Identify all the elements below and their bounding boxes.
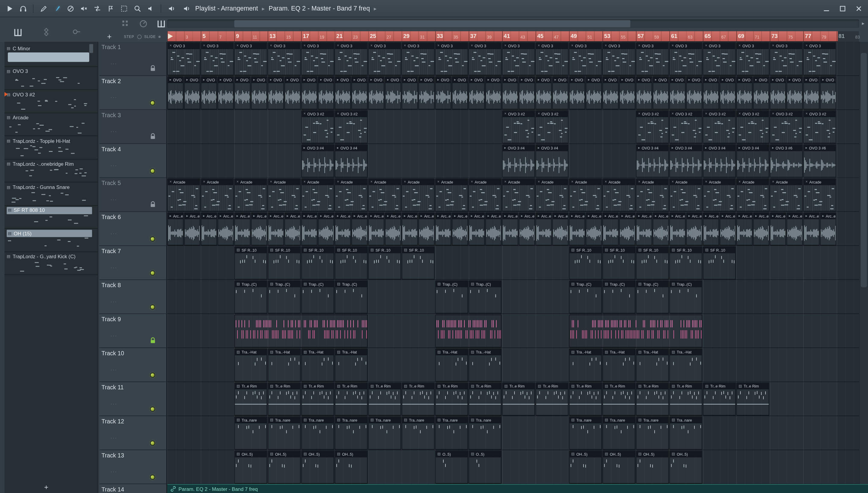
step-toggle[interactable] bbox=[137, 34, 142, 39]
playlist-clip[interactable]: ▸Arc..e #3 bbox=[368, 212, 385, 245]
track-header[interactable]: Track 7··· bbox=[99, 246, 166, 280]
playhead-marker[interactable] bbox=[168, 34, 173, 39]
track-options[interactable]: ··· bbox=[110, 163, 117, 168]
playlist-clip[interactable]: ▤Tr..e Rim bbox=[335, 382, 368, 415]
playlist-clip[interactable]: ▤SF R..10 bbox=[402, 246, 435, 279]
playlist-clip[interactable]: ▤Tr..e Rim bbox=[636, 382, 669, 415]
playlist-clip[interactable]: ▤OH..5) bbox=[603, 451, 635, 484]
playlist-clip[interactable]: ▤Tra..nare bbox=[669, 416, 702, 449]
playlist-clip[interactable]: ▸Arc..e #3 bbox=[770, 212, 786, 245]
playlist-clip[interactable]: ▸Arc..e #3 bbox=[636, 212, 652, 245]
playlist-clip[interactable]: ▸Arc..e #3 bbox=[502, 212, 518, 245]
playlist-clip[interactable]: ×Arcade bbox=[669, 178, 702, 211]
playlist-clip[interactable]: ▸Arc..e #2 bbox=[385, 212, 401, 245]
speaker-icon[interactable] bbox=[166, 3, 176, 13]
playlist-clip[interactable]: ▸Arc..e #3 bbox=[803, 212, 820, 245]
slide-tool-icon[interactable] bbox=[92, 3, 102, 13]
playlist-clip[interactable] bbox=[435, 314, 501, 347]
picker-item[interactable]: ▤OVO 3 #2 bbox=[4, 90, 97, 113]
playlist-clip[interactable]: ×OVO 3 #2 bbox=[301, 110, 334, 143]
playlist-clip[interactable]: ▤SF R..10 bbox=[268, 246, 301, 279]
playlist-clip[interactable]: ▸OVO 3 #3 bbox=[619, 76, 635, 109]
playlist-clip[interactable]: ▤Tr..e Rim bbox=[368, 382, 401, 415]
playlist-clip[interactable]: ▸OVO 3 #3 bbox=[720, 76, 736, 109]
playlist-clip[interactable]: ▤Tr..e Rim bbox=[502, 382, 535, 415]
playlist-clip[interactable]: ▸Arc..e #2 bbox=[519, 212, 535, 245]
playlist-clip[interactable]: ×OVO 3 bbox=[669, 42, 702, 75]
picker-item[interactable]: ▤C Minor bbox=[4, 43, 97, 67]
playlist-clip[interactable]: ▸OVO 3 #3 bbox=[552, 76, 568, 109]
lock-icon[interactable] bbox=[150, 201, 156, 208]
track-header[interactable]: Track 8··· bbox=[99, 280, 166, 314]
playlist-clip[interactable]: ▤Tra..nare bbox=[402, 416, 435, 449]
playlist-clip[interactable]: ▸Arc..e #3 bbox=[268, 212, 284, 245]
playlist-clip[interactable]: ▤Tr..e Rim bbox=[703, 382, 736, 415]
timeline-ruler[interactable]: 3579111315171921232527293133353739414345… bbox=[167, 31, 859, 42]
track-enable-led[interactable] bbox=[150, 475, 155, 480]
playlist-clip[interactable]: ×OVO 3 bbox=[368, 42, 401, 75]
playlist-clip[interactable]: ▤Tr..e Rim bbox=[301, 382, 334, 415]
playlist-clip[interactable]: ×Arcade bbox=[469, 178, 501, 211]
playlist-clip[interactable]: ▤SF R..10 bbox=[335, 246, 368, 279]
picker-filter-icon[interactable] bbox=[71, 27, 81, 37]
picker-item[interactable]: ▤TrapLordz - Topple Hi-Hat bbox=[4, 136, 97, 159]
picker-display-icon[interactable] bbox=[13, 27, 22, 37]
scrollbar-handle[interactable] bbox=[861, 53, 867, 287]
playlist-clip[interactable]: ▸Arc..e #2 bbox=[619, 212, 635, 245]
playlist-clip[interactable]: ▸OVO 3 #5 bbox=[402, 76, 418, 109]
playlist-clip[interactable]: ▤Tra..-Hat bbox=[669, 348, 702, 381]
playlist-clip[interactable]: ▸Arc..e #3 bbox=[703, 212, 719, 245]
playlist-clip[interactable]: ×Arcade bbox=[569, 178, 602, 211]
track-header[interactable]: Track 6··· bbox=[99, 212, 166, 246]
picker-item[interactable]: ▤SF RT 808 10 bbox=[4, 206, 97, 229]
picker-item[interactable]: ▤TrapLordz -..onebridge Rim bbox=[4, 159, 97, 182]
track-header[interactable]: Track 12··· bbox=[99, 416, 166, 450]
playlist-clip[interactable]: ▸Arc..e #2 bbox=[452, 212, 468, 245]
track-options[interactable]: ··· bbox=[110, 469, 117, 475]
playlist-clip[interactable]: ▤Tra..-Hat bbox=[603, 348, 635, 381]
playlist-clip[interactable]: ▸OVO 3 #3 bbox=[368, 76, 385, 109]
playlist-clip[interactable]: ▤Tra..-Hat bbox=[469, 348, 501, 381]
playlist-clip[interactable]: ▸OVO 3 #3 bbox=[335, 76, 351, 109]
playlist-clip[interactable]: ▸OVO 3 #3 bbox=[469, 76, 485, 109]
playlist-clip[interactable]: ▸Arc..e #2 bbox=[653, 212, 669, 245]
playlist-clip[interactable]: ×Arcade bbox=[703, 178, 736, 211]
playlist-clip[interactable]: ▤SF R..10 bbox=[703, 246, 736, 279]
playlist-clip[interactable]: ▸Arc..e #2 bbox=[820, 212, 837, 245]
playlist-clip[interactable]: ×Arcade bbox=[368, 178, 401, 211]
playlist-clip[interactable]: ▸Arc..e #3 bbox=[536, 212, 552, 245]
playlist-clip[interactable]: ▤Tra..-Hat bbox=[335, 348, 368, 381]
playlist-clip[interactable]: ×Arcade bbox=[770, 178, 803, 211]
playlist-clip[interactable]: ▤Tra..-Hat bbox=[234, 348, 267, 381]
playlist-clip[interactable]: ×Arcade bbox=[268, 178, 301, 211]
playlist-clip[interactable]: ▸OVO 3 #6 bbox=[803, 144, 836, 177]
playlist-clip[interactable]: ▤SF R..10 bbox=[636, 246, 669, 279]
slide-label[interactable]: SLIDE bbox=[144, 35, 156, 39]
playlist-clip[interactable]: ×OVO 3 #2 bbox=[803, 110, 836, 143]
picker-plugins-icon[interactable] bbox=[41, 27, 51, 37]
playlist-clip[interactable]: ×OVO 3 bbox=[201, 42, 234, 75]
playlist-clip[interactable]: ▤Tr..e Rim bbox=[268, 382, 301, 415]
playlist-clip[interactable]: ▸OVO 3 #4 bbox=[736, 144, 769, 177]
playlist-clip[interactable]: ▤Tra..nare bbox=[435, 416, 468, 449]
playlist-clip[interactable]: ▸Arc..e #2 bbox=[586, 212, 602, 245]
playlist-clip[interactable]: ▸Arc..e #3 bbox=[669, 212, 686, 245]
playlist-clip[interactable]: ×OVO 3 #2 bbox=[669, 110, 702, 143]
playlist-clip[interactable]: ×OVO 3 #2 bbox=[536, 110, 568, 143]
playlist-clip[interactable]: ×OVO 3 bbox=[268, 42, 301, 75]
track-options[interactable]: ··· bbox=[110, 401, 117, 407]
track-options[interactable]: ··· bbox=[110, 95, 117, 101]
playlist-clip[interactable]: ×OVO 3 bbox=[234, 42, 267, 75]
playlist-clip[interactable]: ×Arcade bbox=[167, 178, 200, 211]
playlist-clip[interactable]: ▤Tra..nare bbox=[636, 416, 669, 449]
picker-item[interactable]: ▤Arcade bbox=[4, 113, 97, 136]
playlist-clip[interactable]: ▤Trap..(C) bbox=[669, 281, 702, 314]
playlist-clip[interactable]: ▸OVO 3 #3 bbox=[351, 76, 368, 109]
playlist-clip[interactable]: ▸OVO 3 #3 bbox=[653, 76, 669, 109]
playlist-clip[interactable]: ▸OVO 3 #3 bbox=[536, 76, 552, 109]
playlist-clip[interactable]: ▸Arc..e #3 bbox=[301, 212, 317, 245]
close-button[interactable] bbox=[855, 5, 863, 13]
playlist-clip[interactable]: ▤Tr..e Rim bbox=[435, 382, 468, 415]
playlist-clip[interactable]: ▸OVO 3 #3 bbox=[318, 76, 334, 109]
playlist-clip[interactable]: ▸Arc..e #2 bbox=[753, 212, 769, 245]
